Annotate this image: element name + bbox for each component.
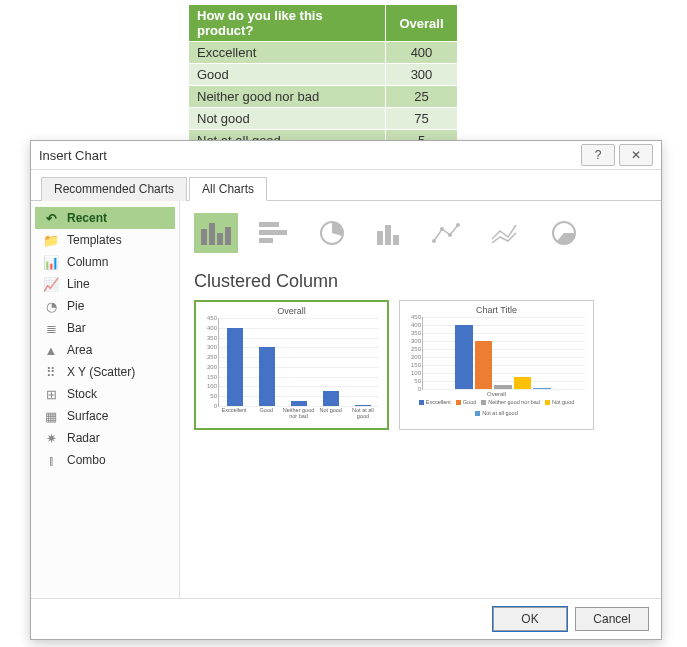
subtype-pie-icon[interactable] xyxy=(310,213,354,253)
svg-rect-3 xyxy=(225,227,231,245)
sidebar-item-bar[interactable]: ≣Bar xyxy=(35,317,175,339)
sidebar-item-label: Combo xyxy=(67,453,106,467)
sidebar-item-label: Stock xyxy=(67,387,97,401)
ytick: 300 xyxy=(201,344,217,350)
ytick: 400 xyxy=(201,325,217,331)
dialog-titlebar: Insert Chart ? ✕ xyxy=(31,141,661,170)
svg-point-11 xyxy=(432,239,436,243)
radar-icon: ✷ xyxy=(43,430,59,446)
area-icon: ▲ xyxy=(43,342,59,358)
legend-label: Good xyxy=(463,399,476,405)
chart-preview-2-legend: ExccellentGoodNeither good nor badNot go… xyxy=(404,399,589,416)
sidebar-item-recent[interactable]: ↶Recent xyxy=(35,207,175,229)
sidebar-item-surface[interactable]: ▦Surface xyxy=(35,405,175,427)
sidebar-item-pie[interactable]: ◔Pie xyxy=(35,295,175,317)
sidebar-item-label: X Y (Scatter) xyxy=(67,365,135,379)
ytick: 450 xyxy=(201,315,217,321)
xlabel: Exccellent xyxy=(218,407,250,419)
legend-item: Good xyxy=(456,399,476,405)
stock-icon: ⊞ xyxy=(43,386,59,402)
legend-label: Neither good nor bad xyxy=(488,399,540,405)
source-data-table: How do you like this product? Overall Ex… xyxy=(188,4,458,152)
ytick: 0 xyxy=(201,403,217,409)
ytick: 50 xyxy=(201,393,217,399)
legend-swatch xyxy=(481,400,486,405)
xlabel: Not at all good xyxy=(347,407,379,419)
chart-subtype-row xyxy=(194,213,647,253)
xlabel: Not good xyxy=(315,407,347,419)
sidebar-item-label: Radar xyxy=(67,431,100,445)
surface-icon: ▦ xyxy=(43,408,59,424)
svg-rect-5 xyxy=(259,230,287,235)
chart-preview-2-area: 050100150200250300350400450 xyxy=(422,317,585,390)
close-button[interactable]: ✕ xyxy=(619,144,653,166)
sidebar-item-label: Recent xyxy=(67,211,107,225)
legend-item: Exccellent xyxy=(419,399,451,405)
dialog-tabstrip: Recommended Charts All Charts xyxy=(31,170,661,201)
chart-preview-1[interactable]: Overall 050100150200250300350400450 Excc… xyxy=(194,300,389,430)
sidebar-item-templates[interactable]: 📁Templates xyxy=(35,229,175,251)
legend-label: Exccellent xyxy=(426,399,451,405)
sidebar-item-area[interactable]: ▲Area xyxy=(35,339,175,361)
table-header-question: How do you like this product? xyxy=(189,5,386,42)
chart-bar xyxy=(259,347,275,406)
chart-preview-1-area: 050100150200250300350400450 xyxy=(218,318,379,407)
svg-rect-9 xyxy=(385,225,391,245)
subtype-line-markers-icon[interactable] xyxy=(426,213,470,253)
pie-icon: ◔ xyxy=(43,298,59,314)
svg-rect-6 xyxy=(259,238,273,243)
chart-bar xyxy=(227,328,243,406)
chart-bar xyxy=(355,405,371,406)
sidebar-item-label: Templates xyxy=(67,233,122,247)
tab-recommended-charts[interactable]: Recommended Charts xyxy=(41,177,187,201)
templates-icon: 📁 xyxy=(43,232,59,248)
svg-rect-2 xyxy=(217,233,223,245)
legend-swatch xyxy=(419,400,424,405)
tab-all-charts[interactable]: All Charts xyxy=(189,177,267,201)
ytick: 50 xyxy=(405,378,421,384)
ytick: 200 xyxy=(405,354,421,360)
chart-preview-2-title: Chart Title xyxy=(404,305,589,315)
help-button[interactable]: ? xyxy=(581,144,615,166)
chart-main-panel: Clustered Column Overall 050100150200250… xyxy=(180,201,661,598)
table-cell-label: Neither good nor bad xyxy=(189,86,386,108)
chart-bar xyxy=(494,385,511,389)
sidebar-item-stock[interactable]: ⊞Stock xyxy=(35,383,175,405)
subtype-combo-column-icon[interactable] xyxy=(368,213,412,253)
legend-swatch xyxy=(475,411,480,416)
chart-preview-2[interactable]: Chart Title 050100150200250300350400450 … xyxy=(399,300,594,430)
dialog-footer: OK Cancel xyxy=(31,598,661,639)
legend-item: Neither good nor bad xyxy=(481,399,540,405)
subtype-line-icon[interactable] xyxy=(484,213,528,253)
ytick: 150 xyxy=(201,374,217,380)
table-header-value: Overall xyxy=(386,5,458,42)
ytick: 250 xyxy=(405,346,421,352)
svg-rect-0 xyxy=(201,229,207,245)
svg-rect-8 xyxy=(377,231,383,245)
subtype-clustered-bar-icon[interactable] xyxy=(252,213,296,253)
x-y-scatter--icon: ⠿ xyxy=(43,364,59,380)
sidebar-item-combo[interactable]: ⫿Combo xyxy=(35,449,175,471)
subtype-clustered-column-icon[interactable] xyxy=(194,213,238,253)
ytick: 0 xyxy=(405,386,421,392)
legend-label: Not good xyxy=(552,399,574,405)
sidebar-item-radar[interactable]: ✷Radar xyxy=(35,427,175,449)
svg-point-12 xyxy=(440,227,444,231)
ytick: 400 xyxy=(405,322,421,328)
svg-point-13 xyxy=(448,233,452,237)
ok-button[interactable]: OK xyxy=(493,607,567,631)
ytick: 350 xyxy=(405,330,421,336)
chart-bar xyxy=(475,341,492,389)
subtype-pie2-icon[interactable] xyxy=(542,213,586,253)
sidebar-item-line[interactable]: 📈Line xyxy=(35,273,175,295)
sidebar-item-column[interactable]: 📊Column xyxy=(35,251,175,273)
combo-icon: ⫿ xyxy=(43,452,59,468)
cancel-button[interactable]: Cancel xyxy=(575,607,649,631)
ytick: 200 xyxy=(201,364,217,370)
recent-icon: ↶ xyxy=(43,210,59,226)
table-row: Exccellent400 xyxy=(189,42,458,64)
table-row: Not good75 xyxy=(189,108,458,130)
ytick: 150 xyxy=(405,362,421,368)
sidebar-item-x-y-scatter-[interactable]: ⠿X Y (Scatter) xyxy=(35,361,175,383)
xlabel: Neither good nor bad xyxy=(282,407,314,419)
